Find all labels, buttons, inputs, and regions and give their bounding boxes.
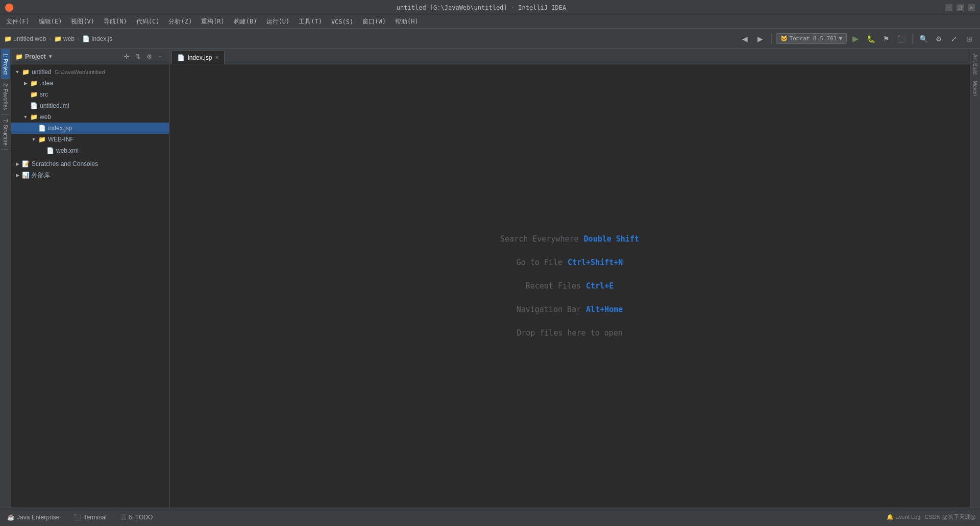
breadcrumb: 📁 untitled web › 📁 web › 📄 index.js: [4, 35, 112, 42]
src-folder-icon: 📁: [30, 90, 38, 99]
tree-label-web: web: [40, 113, 51, 121]
hint-search-label: Search Everywhere: [500, 234, 579, 244]
tree-label-src: src: [40, 91, 48, 98]
jsp-file-icon: 📄: [38, 124, 46, 132]
far-left-panel: 1: Project 2: Favorites 7: Structure: [0, 49, 11, 508]
menu-code[interactable]: 代码(C): [132, 16, 164, 27]
menu-edit[interactable]: 编辑(E): [35, 16, 66, 27]
minimize-panel-icon[interactable]: −: [156, 52, 165, 61]
sidebar-item-structure[interactable]: 7: Structure: [1, 115, 10, 150]
tab-label: index.jsp: [188, 54, 212, 61]
hint-drop-label: Drop files here to open: [517, 328, 623, 338]
tree-label-idea: .idea: [40, 80, 53, 87]
breadcrumb-project[interactable]: 📁 untitled web: [4, 35, 46, 42]
tree-item-web[interactable]: ▼ 📁 web: [11, 111, 169, 123]
main-area: 1: Project 2: Favorites 7: Structure 📁 P…: [0, 49, 980, 508]
tree-label-externals: 外部库: [32, 171, 50, 180]
tree-arrow-web: ▼: [21, 114, 30, 119]
sidebar-item-favorites[interactable]: 2: Favorites: [1, 79, 10, 114]
menu-file[interactable]: 文件(F): [2, 16, 34, 27]
java-enterprise-label: Java Enterprise: [17, 514, 59, 521]
hint-goto-shortcut: Ctrl+Shift+N: [568, 258, 623, 267]
bottom-tab-todo[interactable]: ☰ 6: TODO: [118, 513, 156, 522]
menu-vcs[interactable]: VCS(S): [327, 17, 357, 27]
hint-search-everywhere: Search Everywhere Double Shift: [500, 234, 639, 244]
debug-button[interactable]: 🐛: [864, 32, 877, 45]
hint-recent-label: Recent Files: [526, 281, 581, 291]
breadcrumb-web[interactable]: 📁 web: [54, 35, 75, 42]
tree-item-webxml[interactable]: 📄 web.xml: [11, 145, 169, 156]
settings-button[interactable]: ⚙: [932, 32, 945, 45]
tree-item-src[interactable]: 📁 src: [11, 89, 169, 100]
tree-item-scratches[interactable]: ▶ 📝 Scratches and Consoles: [11, 158, 169, 170]
menu-view[interactable]: 视图(V): [67, 16, 99, 27]
add-icon[interactable]: ✛: [122, 52, 131, 61]
menu-bar: 文件(F) 编辑(E) 视图(V) 导航(N) 代码(C) 分析(Z) 重构(R…: [0, 15, 980, 29]
menu-window[interactable]: 窗口(W): [358, 16, 390, 27]
tab-index-jsp[interactable]: 📄 index.jsp ✕: [172, 51, 225, 64]
maximize-button[interactable]: □: [957, 4, 964, 11]
menu-analyze[interactable]: 分析(Z): [164, 16, 196, 27]
xml-file-icon: 📄: [46, 147, 54, 155]
tomcat-selector[interactable]: 🐱 Tomcat 8.5.701 ▼: [776, 33, 847, 44]
hint-recent-files: Recent Files Ctrl+E: [526, 281, 614, 291]
project-root-icon: 📁: [21, 68, 30, 76]
tree-item-index-jsp[interactable]: 📄 index.jsp: [11, 123, 169, 134]
menu-help[interactable]: 帮助(H): [391, 16, 423, 27]
minimize-button[interactable]: —: [945, 4, 952, 11]
event-log-label[interactable]: 🔔 Event Log: [887, 514, 921, 520]
tree-item-idea[interactable]: ▶ 📁 .idea: [11, 78, 169, 89]
tree-label-scratches: Scratches and Consoles: [32, 160, 98, 168]
hint-navigation-bar: Navigation Bar Alt+Home: [517, 305, 623, 314]
hint-recent-shortcut: Ctrl+E: [586, 281, 614, 291]
menu-build[interactable]: 构建(B): [230, 16, 261, 27]
bottom-tab-terminal[interactable]: ⬛ Terminal: [70, 513, 109, 522]
app-icon: [5, 4, 13, 12]
tab-close-icon[interactable]: ✕: [215, 55, 219, 60]
tree-arrow-idea: ▶: [21, 81, 30, 86]
tomcat-label: Tomcat 8.5.701: [790, 35, 837, 42]
back-button[interactable]: ◀: [739, 32, 752, 45]
layout-button[interactable]: ⊞: [963, 32, 976, 45]
hint-goto-file: Go to File Ctrl+Shift+N: [517, 258, 623, 267]
externals-icon: 📊: [21, 171, 30, 179]
coverage-button[interactable]: ⚑: [879, 32, 893, 45]
menu-tools[interactable]: 工具(T): [295, 16, 326, 27]
bottom-tab-java[interactable]: ☕ Java Enterprise: [4, 513, 62, 522]
menu-refactor[interactable]: 重构(R): [197, 16, 229, 27]
tree-item-iml[interactable]: 📄 untitled.iml: [11, 100, 169, 111]
toolbar: 📁 untitled web › 📁 web › 📄 index.js ◀ ▶ …: [0, 29, 980, 49]
tree-label-root: untitled: [32, 68, 52, 76]
tree-label-webinf: WEB-INF: [48, 136, 74, 143]
stop-button[interactable]: ⬛: [895, 32, 908, 45]
tree-label-root-path: G:\JavaWeb\untitled: [55, 69, 105, 75]
hint-search-shortcut: Double Shift: [584, 234, 639, 244]
hint-nav-label: Navigation Bar: [517, 305, 581, 314]
expand-button[interactable]: ⤢: [947, 32, 961, 45]
project-folder-icon: 📁: [15, 53, 23, 60]
right-tab-maven[interactable]: Maven: [971, 78, 979, 99]
tree-arrow-webinf: ▼: [30, 137, 38, 142]
sort-icon[interactable]: ⇅: [133, 52, 142, 61]
todo-icon: ☰: [121, 514, 127, 521]
web-folder-icon: 📁: [30, 113, 38, 121]
right-tab-ant[interactable]: Ant Build: [971, 51, 979, 78]
tree-item-externals[interactable]: ▶ 📊 外部库: [11, 170, 169, 181]
breadcrumb-sep2: ›: [77, 35, 80, 42]
forward-button[interactable]: ▶: [754, 32, 767, 45]
search-button[interactable]: 🔍: [917, 32, 930, 45]
breadcrumb-file[interactable]: 📄 index.js: [82, 35, 112, 42]
sidebar-item-project[interactable]: 1: Project: [1, 49, 10, 79]
project-arrow[interactable]: ▼: [48, 54, 53, 59]
gear-icon[interactable]: ⚙: [144, 52, 154, 61]
menu-run[interactable]: 运行(U): [262, 16, 294, 27]
tree-item-webinf[interactable]: ▼ 📁 WEB-INF: [11, 134, 169, 145]
project-tree: ▼ 📁 untitled G:\JavaWeb\untitled ▶ 📁 .id…: [11, 64, 169, 508]
close-button[interactable]: ✕: [968, 4, 975, 11]
todo-label: 6: TODO: [129, 514, 153, 521]
menu-navigate[interactable]: 导航(N): [100, 16, 131, 27]
run-button[interactable]: ▶: [849, 32, 862, 45]
right-strip: Ant Build Maven: [970, 49, 980, 508]
tree-item-root[interactable]: ▼ 📁 untitled G:\JavaWeb\untitled: [11, 66, 169, 78]
tree-label-index-jsp: index.jsp: [48, 125, 72, 132]
